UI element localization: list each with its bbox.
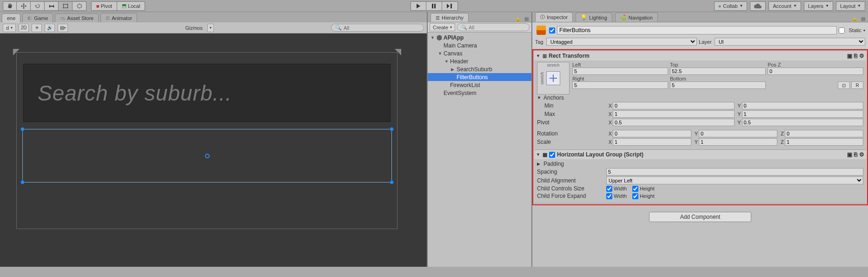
audio-toggle[interactable]: 🔊: [45, 24, 55, 32]
static-dropdown[interactable]: ▾: [863, 28, 865, 33]
svg-point-5: [67, 4, 68, 5]
selected-rect[interactable]: [22, 129, 392, 182]
scale-z[interactable]: [785, 138, 863, 146]
top-input[interactable]: [670, 68, 766, 75]
tree-row[interactable]: ▼Canvas: [428, 49, 531, 57]
pivot-y[interactable]: [742, 119, 864, 126]
handle-bl[interactable]: [20, 180, 25, 184]
handle-tr[interactable]: [390, 127, 394, 131]
anchor-max-y[interactable]: [742, 110, 864, 118]
layer-dropdown[interactable]: UI: [715, 38, 865, 46]
tab-game[interactable]: ◐Game: [22, 13, 53, 22]
create-dropdown[interactable]: Create▾: [430, 23, 455, 31]
gameobject-name-input[interactable]: [557, 26, 837, 34]
hand-tool-button[interactable]: [3, 1, 17, 11]
gameobject-active-checkbox[interactable]: [549, 27, 555, 34]
tree-row[interactable]: FireworkList: [428, 81, 531, 89]
rot-y[interactable]: [699, 130, 777, 137]
handle-br[interactable]: [390, 180, 394, 184]
rect-transform-header[interactable]: ▼ ⊞ Rect Transform ▣ ⎘ ⚙: [534, 51, 866, 61]
raw-edit-button[interactable]: R: [851, 81, 863, 89]
move-tool-button[interactable]: [17, 1, 31, 11]
expand-height-checkbox[interactable]: Height: [632, 193, 655, 199]
handle-tl[interactable]: [20, 127, 25, 131]
tab-asset-store[interactable]: 🛍Asset Store: [55, 14, 99, 22]
tab-animator[interactable]: ⊞Animator: [100, 13, 137, 22]
bottom-input[interactable]: [670, 81, 766, 89]
right-input[interactable]: [572, 81, 668, 89]
expand-arrow[interactable]: ▼: [438, 51, 444, 56]
scale-x[interactable]: [613, 138, 691, 146]
2d-toggle[interactable]: 2D: [19, 24, 29, 32]
controls-height-checkbox[interactable]: Height: [632, 186, 655, 192]
play-button[interactable]: [411, 1, 426, 11]
shading-dropdown[interactable]: d▾: [3, 24, 16, 32]
anchor-min-x[interactable]: [613, 102, 735, 109]
layout-dropdown[interactable]: Layout▼: [836, 1, 865, 11]
local-button[interactable]: ⬒Local: [117, 1, 145, 11]
left-input[interactable]: [572, 68, 668, 75]
hand-icon: [7, 3, 13, 9]
hlg-header[interactable]: ▼ ▦ Horizontal Layout Group (Script) ▣ ⎘…: [534, 150, 866, 159]
lock-icon[interactable]: 🔒: [851, 15, 858, 22]
tree-scene-root[interactable]: ▼ APIApp: [428, 34, 531, 41]
collab-dropdown[interactable]: ●Collab▼: [714, 1, 748, 11]
hlg-enabled-checkbox[interactable]: [549, 152, 555, 158]
help-icon[interactable]: ▣: [847, 53, 852, 59]
gizmos-dropdown[interactable]: ▾: [207, 24, 214, 32]
transform-tool-button[interactable]: [73, 1, 86, 11]
add-component-button[interactable]: Add Component: [649, 212, 751, 222]
pause-button[interactable]: [426, 1, 442, 11]
handle-center[interactable]: [205, 154, 210, 158]
context-menu-icon[interactable]: ▤: [860, 15, 866, 22]
rot-x[interactable]: [613, 130, 691, 137]
lock-icon[interactable]: 🔒: [515, 15, 521, 22]
pivot-x[interactable]: [613, 119, 735, 126]
hierarchy-search[interactable]: 🔍All: [457, 23, 530, 31]
tree-row[interactable]: ▼Header: [428, 57, 531, 65]
blueprint-button[interactable]: ⊡: [838, 81, 850, 89]
tab-lighting[interactable]: 💡Lighting: [576, 13, 612, 22]
account-dropdown[interactable]: Account▼: [769, 1, 801, 11]
tag-dropdown[interactable]: Untagged: [546, 38, 697, 46]
step-button[interactable]: [442, 1, 458, 11]
pivot-button[interactable]: ■Pivot: [91, 1, 117, 11]
context-menu-icon[interactable]: ▤: [523, 15, 530, 22]
rot-z[interactable]: [785, 130, 863, 137]
expand-arrow[interactable]: ▼: [444, 59, 450, 64]
tab-navigation[interactable]: ⛳Navigation: [615, 13, 658, 22]
scale-y[interactable]: [699, 138, 777, 146]
scene-search[interactable]: 🔍All: [331, 24, 424, 32]
tab-inspector[interactable]: ⓘInspector: [535, 12, 573, 22]
tree-row[interactable]: Main Camera: [428, 41, 531, 49]
preset-icon[interactable]: ⎘: [854, 53, 857, 59]
preset-icon[interactable]: ⎘: [854, 151, 857, 158]
help-icon[interactable]: ▣: [847, 151, 852, 158]
svg-point-7: [67, 7, 68, 8]
gear-icon[interactable]: ⚙: [859, 151, 864, 158]
tree-row[interactable]: FilterButtons: [428, 73, 531, 81]
scene-viewport[interactable]: Search by suburb...: [0, 34, 427, 267]
anchor-min-y[interactable]: [742, 102, 864, 109]
tree-row[interactable]: EventSystem: [428, 89, 531, 97]
posz-input[interactable]: [768, 68, 863, 75]
fx-toggle[interactable]: ▤▾: [58, 24, 68, 32]
rotate-tool-button[interactable]: [31, 1, 45, 11]
static-checkbox[interactable]: [839, 27, 845, 34]
layers-dropdown[interactable]: Layers▼: [804, 1, 833, 11]
child-alignment-dropdown[interactable]: Upper Left: [606, 176, 863, 184]
controls-width-checkbox[interactable]: Width: [606, 186, 627, 192]
spacing-input[interactable]: [606, 168, 863, 176]
lighting-toggle[interactable]: ☀: [32, 24, 42, 32]
tab-hierarchy[interactable]: ☰Hierarchy: [431, 13, 469, 22]
rect-tool-button[interactable]: [59, 1, 73, 11]
tree-row[interactable]: ▶SearchSuburb: [428, 65, 531, 73]
expand-arrow[interactable]: ▶: [451, 67, 457, 72]
expand-width-checkbox[interactable]: Width: [606, 193, 627, 199]
scale-tool-button[interactable]: [45, 1, 59, 11]
gear-icon[interactable]: ⚙: [859, 53, 864, 59]
cloud-button[interactable]: [750, 1, 766, 11]
anchor-max-x[interactable]: [613, 110, 735, 118]
anchor-preset-button[interactable]: stretch stretch: [537, 62, 570, 95]
tab-scene[interactable]: ene: [2, 14, 20, 22]
